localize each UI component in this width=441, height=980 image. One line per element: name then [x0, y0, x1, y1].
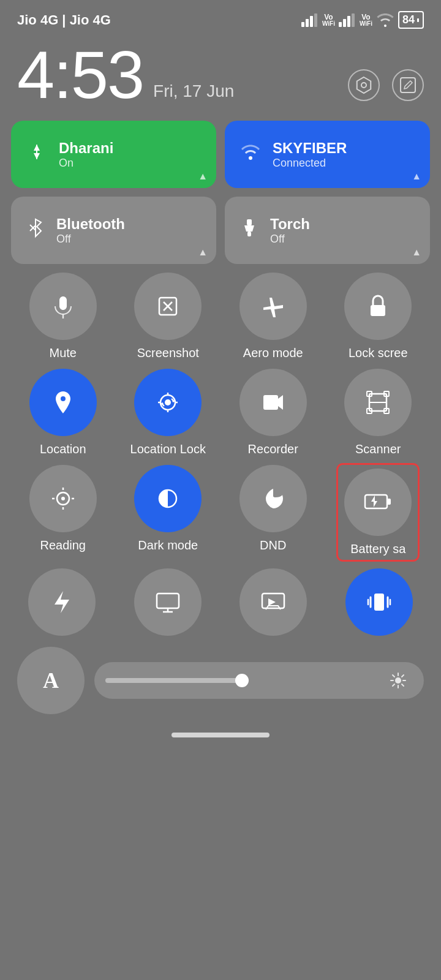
brightness-slider[interactable]	[94, 662, 424, 699]
signal-icon-1	[301, 13, 318, 27]
svg-rect-33	[157, 594, 179, 608]
dharani-icon	[24, 140, 49, 170]
font-size-btn[interactable]: A	[17, 647, 85, 714]
svg-rect-35	[374, 594, 384, 611]
skyfiber-subtitle: Connected	[273, 157, 347, 170]
screencast-icon	[260, 589, 287, 616]
tile-batterysaver	[344, 469, 412, 536]
svg-rect-18	[371, 305, 385, 316]
tile-display	[134, 568, 202, 636]
tile-screencast	[239, 568, 307, 636]
tiles-row-1: Dharani On ▲ SKYFIBER Connected ▲	[11, 121, 430, 188]
tile-batterysaver-wrap[interactable]: Battery sa	[338, 465, 418, 560]
brightness-knob	[235, 674, 249, 687]
tiles-row-6	[11, 568, 430, 636]
svg-rect-4	[339, 22, 342, 27]
edit-icon-btn[interactable]	[392, 69, 424, 101]
tiles-row-3: Mute Screenshot Aero mode	[11, 273, 430, 360]
tile-torch[interactable]: Torch Off ▲	[225, 197, 430, 264]
tile-vibrate	[345, 568, 413, 636]
torch-subtitle: Off	[270, 233, 310, 246]
tile-scanner	[344, 369, 412, 436]
svg-point-9	[361, 83, 366, 88]
reading-icon	[50, 485, 77, 512]
tile-scanner-label: Scanner	[355, 442, 401, 456]
settings-icon	[355, 76, 373, 94]
wifi-icon	[376, 13, 394, 27]
settings-icon-btn[interactable]	[348, 69, 380, 101]
tile-lockscreen-label: Lock scree	[349, 346, 408, 360]
tile-mute	[29, 273, 97, 340]
tile-scanner-wrap[interactable]: Scanner	[338, 369, 418, 456]
tile-reading-wrap[interactable]: Reading	[23, 465, 103, 560]
tile-screenshot	[134, 273, 202, 340]
torch-icon	[238, 217, 260, 244]
tile-location	[29, 369, 97, 436]
tile-mute-wrap[interactable]: Mute	[23, 273, 103, 360]
tile-reading	[29, 465, 97, 532]
tile-recorder-wrap[interactable]: Recorder	[233, 369, 313, 456]
skyfiber-title: SKYFIBER	[273, 140, 347, 157]
battery-nub	[417, 17, 420, 23]
clock-section: 4:53 Fri, 17 Jun	[0, 35, 441, 121]
dnd-icon	[260, 485, 287, 512]
svg-rect-8	[417, 18, 419, 22]
svg-point-12	[249, 156, 252, 160]
tile-screenshot-label: Screenshot	[137, 346, 199, 360]
tile-screenshot-wrap[interactable]: Screenshot	[128, 273, 208, 360]
tile-darkmode-wrap[interactable]: Dark mode	[128, 465, 208, 560]
tile-bluetooth[interactable]: Bluetooth Off ▲	[11, 197, 216, 264]
tile-loc-lock-wrap[interactable]: Location Lock	[128, 369, 208, 456]
screenshot-icon	[154, 293, 181, 320]
svg-rect-13	[247, 219, 252, 225]
tile-dnd-label: DND	[260, 538, 286, 552]
tile-reading-label: Reading	[40, 538, 86, 552]
bluetooth-arrow: ▲	[198, 247, 208, 258]
tile-location-wrap[interactable]: Location	[23, 369, 103, 456]
font-a-label: A	[43, 668, 59, 693]
clock-date: Fri, 17 Jun	[153, 81, 234, 101]
tile-lockscreen	[344, 273, 412, 340]
clock-action-icons	[348, 69, 424, 101]
quick-tiles: Dharani On ▲ SKYFIBER Connected ▲	[0, 121, 441, 714]
torch-text: Torch Off	[270, 216, 310, 246]
svg-point-29	[61, 497, 65, 500]
carrier-text: Jio 4G | Jio 4G	[17, 12, 111, 28]
tile-flash-wrap[interactable]	[28, 568, 96, 636]
tile-display-wrap[interactable]	[134, 568, 202, 636]
tile-recorder-label: Recorder	[248, 442, 298, 456]
tile-batterysaver-label: Battery sa	[350, 542, 405, 556]
dharani-subtitle: On	[59, 157, 113, 170]
vowifi-1: Vo WiFi	[322, 13, 335, 27]
tile-lockscreen-wrap[interactable]: Lock scree	[338, 273, 418, 360]
tile-screencast-wrap[interactable]	[239, 568, 307, 636]
tile-aero-label: Aero mode	[243, 346, 303, 360]
tile-dnd-wrap[interactable]: DND	[233, 465, 313, 560]
svg-point-36	[395, 677, 401, 684]
dharani-title: Dharani	[59, 140, 113, 157]
battery-indicator: 84	[398, 11, 424, 29]
home-indicator[interactable]	[172, 733, 270, 737]
tile-dharani[interactable]: Dharani On ▲	[11, 121, 216, 188]
svg-rect-10	[401, 78, 415, 92]
svg-rect-3	[314, 13, 317, 27]
tile-loc-lock	[134, 369, 202, 436]
lock-icon	[366, 293, 390, 320]
tiles-row-5: Reading Dark mode DND	[11, 465, 430, 560]
tile-aero-wrap[interactable]: Aero mode	[233, 273, 313, 360]
svg-rect-1	[306, 19, 309, 27]
skyfiber-text: SKYFIBER Connected	[273, 140, 347, 170]
tile-vibrate-wrap[interactable]	[345, 568, 413, 636]
svg-rect-2	[310, 16, 313, 27]
torch-title: Torch	[270, 216, 310, 233]
flash-icon	[51, 589, 73, 616]
battery-level: 84	[402, 13, 415, 26]
batterysaver-icon	[363, 489, 393, 516]
bluetooth-subtitle: Off	[56, 233, 125, 246]
location-icon	[51, 389, 75, 416]
tile-skyfiber[interactable]: SKYFIBER Connected ▲	[225, 121, 430, 188]
svg-rect-5	[343, 19, 346, 27]
tile-darkmode	[134, 465, 202, 532]
edit-icon	[399, 77, 417, 94]
recorder-icon	[260, 389, 287, 416]
